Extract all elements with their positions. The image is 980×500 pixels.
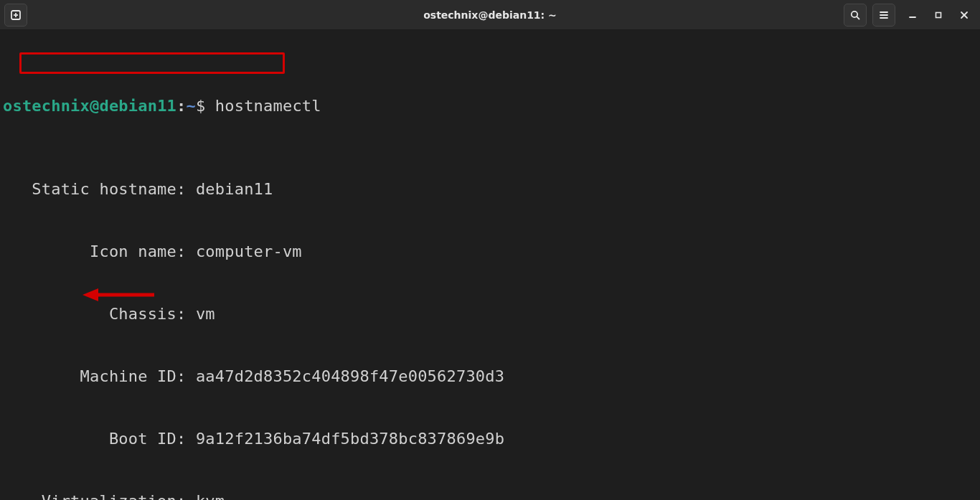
output-value: computer-vm	[186, 242, 301, 260]
output-label: Chassis:	[3, 305, 186, 323]
prompt-symbol: $	[196, 97, 215, 115]
prompt-host: debian11	[99, 97, 176, 115]
terminal-line: Static hostname: debian11	[3, 179, 977, 199]
window-title: ostechnix@debian11: ~	[423, 9, 557, 21]
output-label: Machine ID:	[3, 367, 186, 385]
menu-button[interactable]	[872, 4, 895, 27]
terminal-line: Machine ID: aa47d2d8352c404898f47e005627…	[3, 366, 977, 387]
svg-rect-9	[936, 12, 941, 17]
minimize-icon	[907, 9, 918, 21]
new-tab-icon	[10, 9, 22, 21]
prompt-path: ~	[186, 97, 195, 115]
close-button[interactable]	[953, 4, 976, 27]
hamburger-icon	[878, 9, 890, 21]
annotation-highlight-box	[19, 52, 285, 74]
minimize-button[interactable]	[901, 4, 924, 27]
output-value: debian11	[186, 180, 273, 198]
prompt-at: @	[90, 97, 99, 115]
output-label: Virtualization:	[3, 492, 186, 500]
command-text: hostnamectl	[215, 97, 321, 115]
search-icon	[849, 9, 861, 21]
prompt-user: ostechnix	[3, 97, 90, 115]
svg-line-4	[857, 16, 859, 19]
titlebar-left	[4, 4, 30, 27]
terminal-line: Chassis: vm	[3, 303, 977, 324]
titlebar: ostechnix@debian11: ~	[0, 0, 980, 30]
terminal-body[interactable]: ostechnix@debian11:~$ hostnamectl Static…	[0, 30, 980, 500]
output-label: Boot ID:	[3, 430, 186, 448]
close-icon	[958, 9, 970, 21]
output-label: Static hostname:	[3, 180, 186, 198]
output-value: vm	[186, 305, 215, 323]
search-button[interactable]	[844, 4, 867, 27]
maximize-icon	[933, 9, 944, 21]
terminal-line: Boot ID: 9a12f2136ba74df5bd378bc837869e9…	[3, 428, 977, 449]
terminal-line: Virtualization: kvm	[3, 491, 977, 500]
prompt-colon: :	[176, 97, 186, 115]
output-label: Icon name:	[3, 242, 186, 260]
titlebar-right	[844, 4, 976, 27]
maximize-button[interactable]	[927, 4, 950, 27]
output-value: kvm	[186, 492, 225, 500]
terminal-line: ostechnix@debian11:~$ hostnamectl	[3, 95, 977, 116]
output-value: 9a12f2136ba74df5bd378bc837869e9b	[186, 430, 504, 448]
terminal-line: Icon name: computer-vm	[3, 241, 977, 262]
annotation-arrow	[83, 287, 154, 303]
new-tab-button[interactable]	[4, 4, 27, 27]
output-value: aa47d2d8352c404898f47e00562730d3	[186, 367, 504, 385]
svg-marker-13	[83, 288, 98, 301]
